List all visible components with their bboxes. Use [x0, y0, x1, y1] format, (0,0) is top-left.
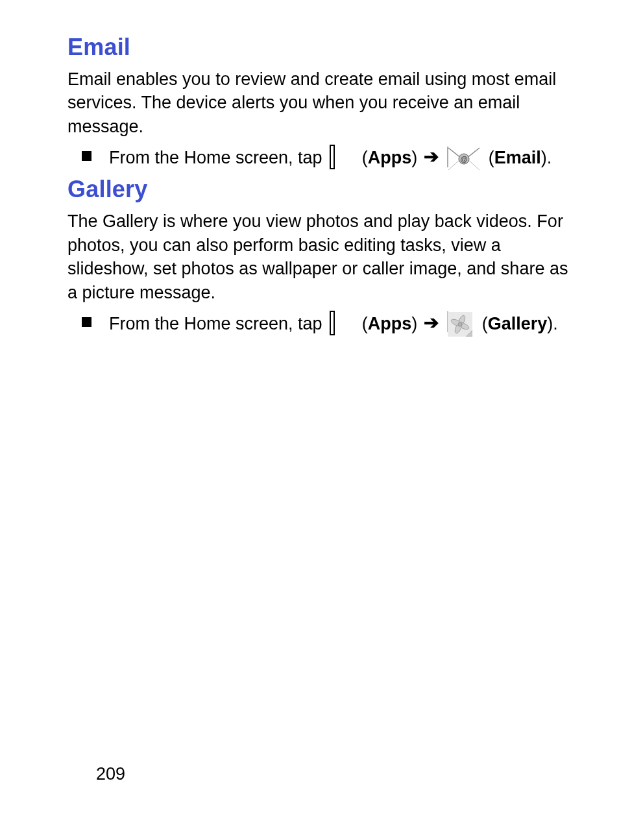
- paren-open: (: [482, 314, 488, 333]
- paren-close: ): [411, 148, 422, 167]
- apps-label: Apps: [368, 314, 412, 333]
- apps-grid-icon: [330, 144, 354, 169]
- paren-close: ): [411, 314, 422, 333]
- manual-page: Email Email enables you to review and cr…: [0, 0, 619, 840]
- arrow-right-icon: ➔: [424, 144, 439, 170]
- email-label: Email: [494, 148, 541, 167]
- svg-rect-2: [448, 312, 448, 332]
- gallery-app-icon: [447, 309, 474, 336]
- apps-grid-icon: [330, 310, 354, 335]
- bullet-item-gallery: From the Home screen, tap (Apps) ➔: [67, 309, 577, 337]
- apps-label: Apps: [368, 148, 412, 167]
- bullet-prefix: From the Home screen, tap: [109, 314, 327, 333]
- paren-open: (: [362, 148, 368, 167]
- bullet-square-icon: [82, 151, 91, 161]
- bullet-prefix: From the Home screen, tap: [109, 148, 327, 167]
- section-paragraph-gallery: The Gallery is where you view photos and…: [67, 210, 577, 304]
- paren-open: (: [362, 314, 368, 333]
- paren-close-final: ).: [547, 314, 558, 333]
- paren-close-final: ).: [541, 148, 552, 167]
- page-number: 209: [96, 764, 125, 784]
- email-app-icon: @: [447, 144, 481, 169]
- section-heading-gallery: Gallery: [67, 176, 577, 203]
- bullet-square-icon: [82, 317, 91, 327]
- bullet-item-email: From the Home screen, tap (Apps) ➔ @ (Em…: [67, 143, 577, 171]
- paren-open: (: [489, 148, 494, 167]
- gallery-label: Gallery: [488, 314, 548, 333]
- arrow-right-icon: ➔: [424, 310, 439, 336]
- section-paragraph-email: Email enables you to review and create e…: [67, 67, 577, 138]
- section-heading-email: Email: [67, 34, 577, 61]
